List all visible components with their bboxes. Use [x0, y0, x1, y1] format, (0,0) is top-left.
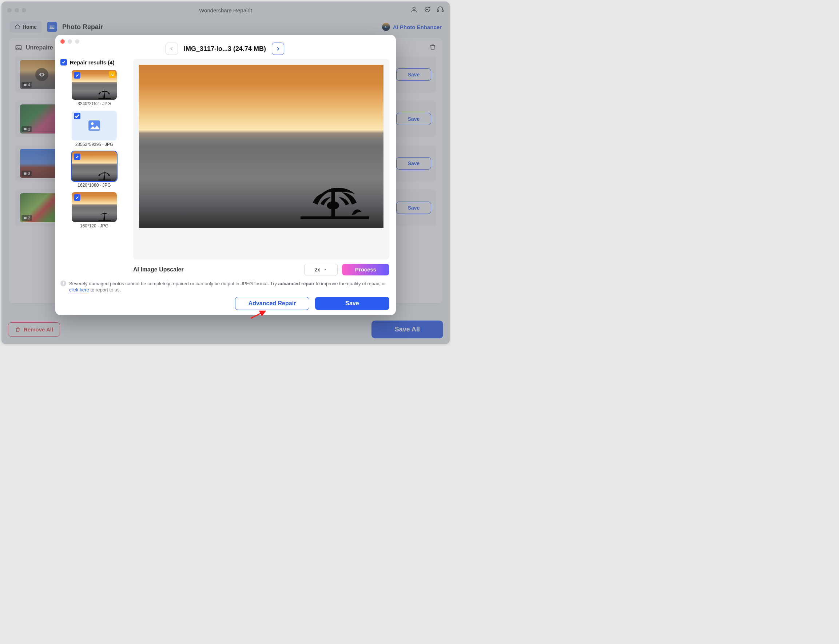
upscaler-label: AI Image Upscaler	[133, 266, 184, 273]
item-checkbox[interactable]	[74, 113, 80, 119]
silhouette-icon	[94, 209, 115, 221]
preview-pane: AI Image Upscaler 2x Process	[133, 59, 389, 276]
silhouette-icon	[94, 168, 115, 181]
modal-min-dot[interactable]	[68, 39, 72, 44]
svg-point-16	[327, 201, 339, 210]
item-checkbox[interactable]	[74, 72, 80, 79]
report-link[interactable]: click here	[69, 287, 89, 292]
svg-line-17	[251, 311, 265, 319]
preview-area	[133, 59, 389, 260]
modal-file-title: IMG_3117-lo...3 (24.74 MB)	[184, 45, 266, 53]
result-item[interactable]: 160*120 · JPG	[61, 192, 128, 228]
modal-actions: Advanced Repair Save	[61, 297, 389, 310]
modal-max-dot[interactable]	[75, 39, 79, 44]
result-item[interactable]: 23552*59395 · JPG	[61, 111, 128, 147]
results-label: Repair results (4)	[70, 59, 115, 66]
info-icon: i	[61, 281, 66, 286]
annotation-arrow-icon	[249, 310, 268, 319]
result-caption: 160*120 · JPG	[61, 223, 128, 228]
repair-preview-modal: IMG_3117-lo...3 (24.74 MB) Repair result…	[55, 35, 396, 315]
advanced-repair-button[interactable]: Advanced Repair	[235, 297, 309, 310]
note-text: to report to us.	[89, 287, 121, 292]
ai-badge-icon: AI	[109, 71, 115, 78]
app-window: Wondershare Repairit Home Photo Repair A…	[2, 2, 450, 344]
modal-header: IMG_3117-lo...3 (24.74 MB)	[61, 41, 389, 56]
results-checkbox[interactable]	[61, 59, 67, 66]
result-caption: 23552*59395 · JPG	[61, 142, 128, 147]
result-item[interactable]: 1620*1080 · JPG	[61, 151, 128, 188]
repair-note: i Severely damaged photos cannot be comp…	[61, 281, 389, 293]
item-checkbox[interactable]	[74, 154, 80, 160]
repair-results-list: Repair results (4) AI 3240*2152 · JPG	[61, 59, 128, 276]
preview-image	[139, 65, 384, 228]
upscaler-select[interactable]: 2x	[304, 264, 338, 276]
modal-close-dot[interactable]	[61, 39, 65, 44]
modal-save-button[interactable]: Save	[315, 297, 389, 310]
result-item[interactable]: AI 3240*2152 · JPG	[61, 70, 128, 106]
result-caption: 1620*1080 · JPG	[61, 182, 128, 188]
image-placeholder-icon	[87, 118, 102, 133]
silhouette-icon	[94, 87, 115, 99]
process-button[interactable]: Process	[342, 264, 389, 276]
chevron-down-icon	[323, 268, 327, 271]
upscaler-value: 2x	[315, 267, 320, 273]
next-file-button[interactable]	[272, 43, 284, 55]
modal-window-controls	[61, 39, 79, 44]
upscaler-row: AI Image Upscaler 2x Process	[133, 264, 389, 276]
advanced-repair-label: Advanced Repair	[248, 300, 296, 307]
svg-point-13	[91, 122, 94, 125]
result-caption: 3240*2152 · JPG	[61, 101, 128, 106]
note-text: Severely damaged photos cannot be comple…	[69, 281, 278, 286]
note-text: to improve the quality of repair, or	[314, 281, 386, 286]
item-checkbox[interactable]	[74, 194, 80, 201]
note-bold: advanced repair	[278, 281, 314, 286]
silhouette-icon	[300, 172, 369, 225]
prev-file-button[interactable]	[166, 43, 178, 55]
